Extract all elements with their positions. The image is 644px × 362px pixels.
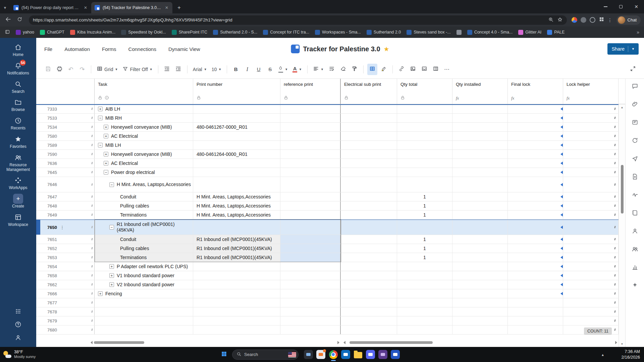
cell-electrical-sub-print[interactable] (341, 280, 397, 289)
bookmark-item[interactable] (457, 30, 462, 35)
bookmark-item[interactable]: Concept 4.0 - Sma... (467, 30, 513, 35)
side-panel-icon[interactable] (5, 29, 10, 36)
cell-final-lock[interactable] (508, 244, 563, 253)
sidebar-item-resource-management[interactable]: Resource Management (1, 154, 35, 172)
cell-final-lock[interactable] (508, 150, 563, 159)
cell-reference-print[interactable] (280, 235, 341, 244)
table-row[interactable]: 7636+AC Electrical (36, 159, 625, 168)
cell-task[interactable]: +V2 Inbound standard power (95, 280, 193, 289)
table-row[interactable]: 7680 (36, 325, 625, 335)
cell-final-lock[interactable] (508, 280, 563, 289)
cell-print-number[interactable] (193, 159, 280, 168)
cell-electrical-sub-print[interactable] (341, 123, 397, 131)
cell-qty-total[interactable] (397, 298, 452, 307)
refresh-icon[interactable] (630, 155, 640, 163)
grid-view-toggle[interactable] (367, 64, 377, 75)
cell-qty-installed[interactable] (452, 177, 508, 192)
cell-reference-print[interactable] (280, 105, 341, 113)
table-row[interactable]: 7662+V2 Inbound standard power (36, 280, 625, 289)
align-button[interactable]: ▼ (311, 64, 325, 75)
bookmark-star-icon[interactable] (557, 17, 563, 23)
cell-reference-print[interactable] (280, 244, 341, 253)
cell-final-lock[interactable] (508, 177, 563, 192)
expand-toggle[interactable]: + (104, 161, 108, 166)
cell-task[interactable]: +Fencing (95, 289, 193, 298)
collapse-toggle[interactable]: − (98, 116, 103, 120)
cell-reference-print[interactable] (280, 141, 341, 149)
extension-icon[interactable] (590, 17, 595, 23)
row-number-cell[interactable]: 7680 (36, 325, 95, 334)
cell-reference-print[interactable] (280, 280, 341, 289)
cell-lock-helper[interactable] (563, 289, 619, 298)
update-requests-icon[interactable] (630, 136, 640, 144)
bookmark-item[interactable]: ChatGPT (40, 30, 64, 35)
cell-lock-helper[interactable] (563, 235, 619, 244)
cell-final-lock[interactable] (508, 271, 563, 280)
menu-connections[interactable]: Connections (128, 46, 156, 52)
browser-tab-1[interactable]: (54) Power drop daily report AIB ✕ (10, 2, 91, 13)
menu-dynamic-view[interactable]: Dynamic View (168, 46, 200, 52)
store-app-taskbar-icon[interactable] (378, 347, 388, 362)
cell-qty-total[interactable] (397, 177, 452, 192)
outlook-taskbar-icon[interactable] (340, 347, 351, 362)
cell-reference-print[interactable] (280, 271, 341, 280)
cell-task[interactable]: +V1 Inbound standard power (95, 271, 193, 280)
zoom-icon[interactable] (548, 17, 554, 23)
tab-close-icon[interactable]: ✕ (83, 5, 88, 10)
bookmark-item[interactable]: Glitter AI (518, 30, 541, 35)
activity-log-icon[interactable] (630, 209, 640, 217)
cell-lock-helper[interactable] (563, 262, 619, 271)
row-number-cell[interactable]: 7647 (36, 192, 95, 201)
cell-lock-helper[interactable] (563, 159, 619, 168)
cell-final-lock[interactable] (508, 220, 563, 235)
undo-button[interactable]: ↶ (66, 64, 76, 75)
collapse-toggle[interactable]: − (104, 170, 108, 175)
cell-electrical-sub-print[interactable] (341, 289, 397, 298)
cell-task[interactable]: Pulling cables (95, 244, 193, 253)
bookmark-item[interactable]: PALE (547, 30, 565, 35)
cell-task[interactable]: −MIB LH (95, 141, 193, 149)
cell-task[interactable]: Pulling cables (95, 201, 193, 210)
cell-electrical-sub-print[interactable] (341, 192, 397, 201)
cell-task[interactable] (95, 307, 193, 316)
sidebar-item-workapps[interactable]: WorkApps (1, 176, 35, 190)
cell-electrical-sub-print[interactable] (341, 105, 397, 113)
expand-toggle[interactable]: + (109, 264, 114, 269)
expand-toggle[interactable]: + (98, 107, 103, 111)
cell-electrical-sub-print[interactable] (341, 159, 397, 168)
share-button[interactable]: Share ▼ (607, 43, 639, 55)
proofs-icon[interactable] (630, 118, 640, 126)
start-button[interactable] (221, 351, 227, 359)
column-header-reference-print[interactable]: reference print (280, 79, 341, 104)
cell-lock-helper[interactable] (563, 105, 619, 113)
cell-qty-installed[interactable] (452, 253, 508, 262)
sidebar-item-workspace[interactable]: Workspace (1, 213, 35, 227)
help-icon[interactable] (15, 321, 21, 329)
cell-task[interactable]: −H Mint. Areas, Laptops,Accessories (95, 177, 193, 192)
font-family-selector[interactable]: Arial▼ (191, 64, 209, 75)
table-row[interactable]: 7679 (36, 316, 625, 325)
grid-corner[interactable] (36, 79, 95, 104)
tab-close-icon[interactable]: ✕ (164, 5, 169, 10)
table-row[interactable]: 7677 (36, 298, 625, 307)
cell-print-number[interactable]: 480-0461267-0000_R01 (193, 123, 280, 131)
cell-reference-print[interactable] (280, 289, 341, 298)
expand-sheet-button[interactable] (628, 64, 638, 75)
address-bar[interactable]: https://app.smartsheet.com/sheets/Gw2m7J… (29, 15, 567, 25)
cell-final-lock[interactable] (508, 325, 563, 334)
cell-lock-helper[interactable] (563, 132, 619, 140)
cell-electrical-sub-print[interactable] (341, 307, 397, 316)
attachments-icon[interactable] (630, 100, 640, 108)
cell-print-number[interactable] (193, 105, 280, 113)
cell-lock-helper[interactable] (563, 168, 619, 177)
reload-icon[interactable] (15, 15, 24, 25)
cell-electrical-sub-print[interactable] (341, 210, 397, 219)
horizontal-scroll-thumb[interactable] (350, 341, 433, 344)
extension-icon[interactable] (572, 17, 577, 23)
cell-final-lock[interactable] (508, 210, 563, 219)
cell-print-number[interactable]: H Mint. Areas, Laptops,Accessories (193, 192, 280, 201)
row-number-cell[interactable]: 7654 (36, 262, 95, 271)
cell-final-lock[interactable] (508, 105, 563, 113)
sidebar-item-home[interactable]: Home (1, 43, 35, 57)
cell-task[interactable]: +AIB LH (95, 105, 193, 113)
